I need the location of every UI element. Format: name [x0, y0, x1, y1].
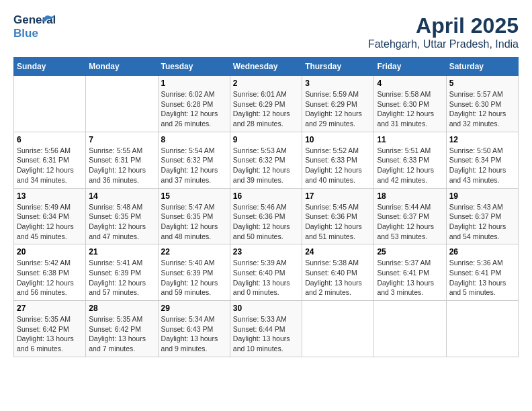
day-number: 17	[305, 191, 371, 201]
day-number: 24	[305, 247, 371, 257]
day-cell: 24Sunrise: 5:38 AMSunset: 6:40 PMDayligh…	[302, 244, 374, 301]
day-number: 10	[305, 135, 371, 144]
day-number: 21	[89, 247, 154, 257]
day-number: 29	[161, 304, 227, 313]
day-number: 8	[161, 135, 227, 144]
day-number: 23	[233, 247, 299, 257]
day-cell: 27Sunrise: 5:35 AMSunset: 6:42 PMDayligh…	[14, 301, 86, 357]
logo-bird-icon	[40, 12, 55, 24]
calendar-body: 1Sunrise: 6:02 AMSunset: 6:28 PMDaylight…	[14, 76, 519, 357]
day-cell	[302, 301, 374, 357]
day-cell: 5Sunrise: 5:57 AMSunset: 6:30 PMDaylight…	[446, 76, 518, 132]
day-number: 27	[17, 304, 83, 313]
page-title: April 2025	[368, 13, 519, 38]
day-cell	[374, 301, 446, 357]
day-cell: 12Sunrise: 5:50 AMSunset: 6:34 PMDayligh…	[446, 132, 518, 188]
week-row-4: 20Sunrise: 5:42 AMSunset: 6:38 PMDayligh…	[14, 244, 519, 301]
page-header: General Blue April 2025 Fatehgarh, Uttar…	[13, 13, 519, 50]
day-info: Sunrise: 5:53 AMSunset: 6:32 PMDaylight:…	[233, 146, 299, 185]
day-info: Sunrise: 6:02 AMSunset: 6:28 PMDaylight:…	[161, 89, 227, 129]
day-cell: 11Sunrise: 5:51 AMSunset: 6:33 PMDayligh…	[374, 132, 446, 188]
logo: General Blue	[13, 13, 43, 39]
day-cell: 25Sunrise: 5:37 AMSunset: 6:41 PMDayligh…	[374, 244, 446, 301]
day-info: Sunrise: 5:35 AMSunset: 6:42 PMDaylight:…	[89, 314, 154, 354]
day-cell: 8Sunrise: 5:54 AMSunset: 6:32 PMDaylight…	[158, 132, 230, 188]
weekday-wednesday: Wednesday	[230, 58, 302, 76]
day-info: Sunrise: 5:59 AMSunset: 6:29 PMDaylight:…	[305, 89, 371, 129]
day-cell: 3Sunrise: 5:59 AMSunset: 6:29 PMDaylight…	[302, 76, 374, 132]
week-row-3: 13Sunrise: 5:49 AMSunset: 6:34 PMDayligh…	[14, 188, 519, 244]
day-info: Sunrise: 5:43 AMSunset: 6:37 PMDaylight:…	[449, 202, 515, 242]
day-info: Sunrise: 5:55 AMSunset: 6:31 PMDaylight:…	[89, 146, 154, 185]
day-info: Sunrise: 5:45 AMSunset: 6:36 PMDaylight:…	[305, 202, 371, 242]
day-cell: 16Sunrise: 5:46 AMSunset: 6:36 PMDayligh…	[230, 188, 302, 244]
day-cell: 9Sunrise: 5:53 AMSunset: 6:32 PMDaylight…	[230, 132, 302, 188]
day-info: Sunrise: 5:36 AMSunset: 6:41 PMDaylight:…	[449, 258, 515, 298]
day-cell	[14, 76, 86, 132]
day-info: Sunrise: 5:56 AMSunset: 6:31 PMDaylight:…	[17, 146, 83, 185]
logo-blue: Blue	[13, 27, 38, 40]
day-cell: 30Sunrise: 5:33 AMSunset: 6:44 PMDayligh…	[230, 301, 302, 357]
day-cell: 2Sunrise: 6:01 AMSunset: 6:29 PMDaylight…	[230, 76, 302, 132]
day-info: Sunrise: 5:52 AMSunset: 6:33 PMDaylight:…	[305, 146, 371, 185]
day-info: Sunrise: 5:58 AMSunset: 6:30 PMDaylight:…	[377, 89, 443, 129]
day-number: 9	[233, 135, 299, 144]
day-info: Sunrise: 5:54 AMSunset: 6:32 PMDaylight:…	[161, 146, 227, 185]
day-info: Sunrise: 5:34 AMSunset: 6:43 PMDaylight:…	[161, 314, 227, 354]
day-cell: 20Sunrise: 5:42 AMSunset: 6:38 PMDayligh…	[14, 244, 86, 301]
day-cell: 29Sunrise: 5:34 AMSunset: 6:43 PMDayligh…	[158, 301, 230, 357]
day-number: 12	[449, 135, 515, 144]
day-info: Sunrise: 5:44 AMSunset: 6:37 PMDaylight:…	[377, 202, 443, 242]
weekday-friday: Friday	[374, 58, 446, 76]
day-info: Sunrise: 5:47 AMSunset: 6:35 PMDaylight:…	[161, 202, 227, 242]
day-number: 6	[17, 135, 83, 144]
page-subtitle: Fatehgarh, Uttar Pradesh, India	[368, 38, 519, 50]
title-block: April 2025 Fatehgarh, Uttar Pradesh, Ind…	[368, 13, 519, 50]
day-cell: 21Sunrise: 5:41 AMSunset: 6:39 PMDayligh…	[86, 244, 158, 301]
day-number: 1	[161, 79, 227, 88]
day-cell: 10Sunrise: 5:52 AMSunset: 6:33 PMDayligh…	[302, 132, 374, 188]
week-row-2: 6Sunrise: 5:56 AMSunset: 6:31 PMDaylight…	[14, 132, 519, 188]
weekday-monday: Monday	[86, 58, 158, 76]
day-info: Sunrise: 5:37 AMSunset: 6:41 PMDaylight:…	[377, 258, 443, 298]
day-info: Sunrise: 5:33 AMSunset: 6:44 PMDaylight:…	[233, 314, 299, 354]
day-number: 30	[233, 304, 299, 313]
day-cell: 4Sunrise: 5:58 AMSunset: 6:30 PMDaylight…	[374, 76, 446, 132]
weekday-tuesday: Tuesday	[158, 58, 230, 76]
day-number: 25	[377, 247, 443, 257]
weekday-saturday: Saturday	[446, 58, 518, 76]
day-info: Sunrise: 5:40 AMSunset: 6:39 PMDaylight:…	[161, 258, 227, 298]
day-info: Sunrise: 5:48 AMSunset: 6:35 PMDaylight:…	[89, 202, 154, 242]
day-number: 20	[17, 247, 83, 257]
day-number: 4	[377, 79, 443, 88]
weekday-sunday: Sunday	[14, 58, 86, 76]
day-info: Sunrise: 6:01 AMSunset: 6:29 PMDaylight:…	[233, 89, 299, 129]
day-number: 15	[161, 191, 227, 201]
day-cell	[446, 301, 518, 357]
weekday-thursday: Thursday	[302, 58, 374, 76]
day-number: 13	[17, 191, 83, 201]
day-cell: 1Sunrise: 6:02 AMSunset: 6:28 PMDaylight…	[158, 76, 230, 132]
day-number: 22	[161, 247, 227, 257]
day-cell: 17Sunrise: 5:45 AMSunset: 6:36 PMDayligh…	[302, 188, 374, 244]
day-number: 18	[377, 191, 443, 201]
day-info: Sunrise: 5:57 AMSunset: 6:30 PMDaylight:…	[449, 89, 515, 129]
day-number: 7	[89, 135, 154, 144]
day-info: Sunrise: 5:46 AMSunset: 6:36 PMDaylight:…	[233, 202, 299, 242]
calendar-table: SundayMondayTuesdayWednesdayThursdayFrid…	[13, 57, 519, 357]
day-number: 14	[89, 191, 154, 201]
day-cell: 13Sunrise: 5:49 AMSunset: 6:34 PMDayligh…	[14, 188, 86, 244]
day-number: 5	[449, 79, 515, 88]
day-info: Sunrise: 5:51 AMSunset: 6:33 PMDaylight:…	[377, 146, 443, 185]
day-cell: 28Sunrise: 5:35 AMSunset: 6:42 PMDayligh…	[86, 301, 158, 357]
day-number: 19	[449, 191, 515, 201]
day-cell: 23Sunrise: 5:39 AMSunset: 6:40 PMDayligh…	[230, 244, 302, 301]
day-cell: 6Sunrise: 5:56 AMSunset: 6:31 PMDaylight…	[14, 132, 86, 188]
day-info: Sunrise: 5:38 AMSunset: 6:40 PMDaylight:…	[305, 258, 371, 298]
day-number: 16	[233, 191, 299, 201]
day-number: 28	[89, 304, 154, 313]
day-cell: 14Sunrise: 5:48 AMSunset: 6:35 PMDayligh…	[86, 188, 158, 244]
day-info: Sunrise: 5:41 AMSunset: 6:39 PMDaylight:…	[89, 258, 154, 298]
day-cell: 22Sunrise: 5:40 AMSunset: 6:39 PMDayligh…	[158, 244, 230, 301]
day-info: Sunrise: 5:35 AMSunset: 6:42 PMDaylight:…	[17, 314, 83, 354]
